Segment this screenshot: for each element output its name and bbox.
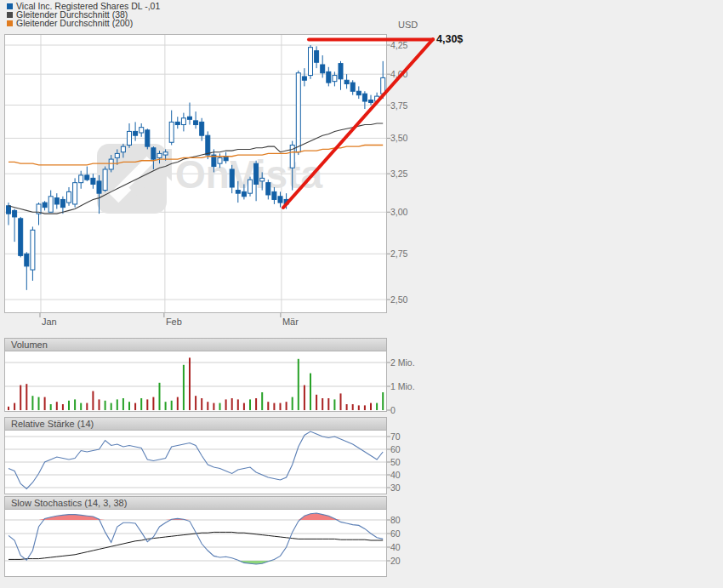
- rsi-chart-panel[interactable]: [4, 430, 387, 494]
- price-chart-panel[interactable]: OnVista: [4, 34, 387, 313]
- rsi-axis-label: 70: [390, 431, 401, 442]
- legend-label-ma200: Gleitender Durchschnitt (200): [16, 19, 133, 27]
- oversold-fill: [9, 561, 383, 564]
- volume-chart-svg[interactable]: [5, 351, 386, 411]
- volume-axis-label: 1 Mio.: [390, 381, 415, 391]
- volume-chart-panel[interactable]: [4, 351, 387, 412]
- stochastics-axis-label: 20: [390, 556, 401, 566]
- overbought-fill: [9, 513, 383, 520]
- price-axis-label: 2,50: [390, 294, 407, 305]
- legend-swatch-share-icon: [7, 3, 13, 9]
- stochastics-axis-label: 80: [390, 515, 401, 525]
- volume-panel-header: Volumen: [4, 338, 387, 351]
- currency-label: USD: [398, 20, 418, 30]
- price-axis-label: 2,75: [390, 248, 407, 259]
- stochastics-chart-panel[interactable]: [4, 509, 387, 577]
- month-axis-label: Feb: [166, 317, 182, 327]
- price-axis-label: 3,50: [390, 133, 407, 143]
- chart-page: Vical Inc. Registered Shares DL -,01 Gle…: [0, 0, 723, 588]
- month-axis-label: Jan: [42, 317, 57, 327]
- rsi-chart-svg[interactable]: [5, 431, 386, 494]
- legend-swatch-ma200-icon: [7, 20, 13, 26]
- price-chart-svg[interactable]: OnVista: [5, 35, 386, 312]
- stochastics-chart-svg[interactable]: [5, 510, 386, 576]
- month-axis-label: Mär: [282, 317, 299, 327]
- price-axis-label: 4,00: [390, 69, 407, 79]
- rsi-axis-label: 60: [390, 444, 401, 454]
- rsi-axis-label: 50: [390, 457, 401, 467]
- stochastics-axis-label: 40: [390, 542, 401, 552]
- stochastics-panel-title: Slow Stochastics (14, 3, 38): [11, 498, 127, 508]
- legend-swatch-ma38-icon: [7, 12, 13, 18]
- stochastics-d-line: [9, 532, 383, 559]
- price-target-label: 4,30$: [436, 33, 463, 45]
- rsi-axis-label: 40: [390, 470, 401, 480]
- price-axis-label: 4,25: [390, 40, 407, 50]
- price-axis-label: 3,00: [390, 207, 407, 217]
- legend-item-ma200: Gleitender Durchschnitt (200): [7, 19, 160, 27]
- price-axis-label: 3,25: [390, 168, 407, 179]
- stochastics-axis-label: 60: [390, 528, 401, 539]
- rsi-panel-title: Relative Stärke (14): [11, 419, 94, 429]
- price-axis-label: 3,75: [390, 100, 407, 111]
- volume-axis-label: 2 Mio.: [390, 357, 415, 368]
- volume-bars: [8, 357, 384, 410]
- rsi-panel-header: Relative Stärke (14): [4, 417, 387, 430]
- rsi-axis-label: 30: [390, 482, 401, 493]
- volume-panel-title: Volumen: [11, 340, 48, 350]
- rsi-line: [9, 431, 383, 489]
- chart-legend: Vical Inc. Registered Shares DL -,01 Gle…: [7, 2, 160, 27]
- volume-axis-label: 0: [390, 405, 396, 415]
- stochastics-panel-header: Slow Stochastics (14, 3, 38): [4, 496, 387, 509]
